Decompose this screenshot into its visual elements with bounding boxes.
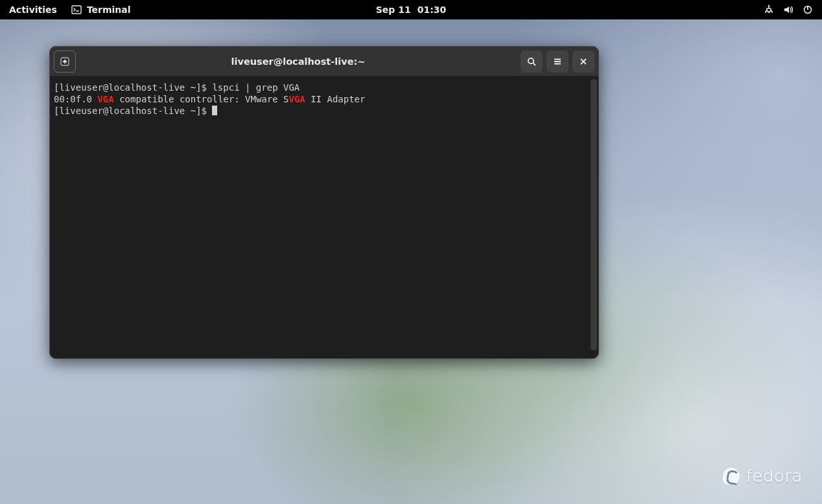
clock-menu[interactable]: Sep 11 01:30	[376, 5, 447, 15]
terminal-line-2: 00:0f.0 VGA compatible controller: VMwar…	[54, 93, 592, 105]
clock-date: Sep 11	[376, 5, 411, 15]
terminal-body[interactable]: [liveuser@localhost-live ~]$ lspci | gre…	[50, 76, 598, 358]
fedora-watermark: fedora	[723, 466, 803, 486]
terminal-window: liveuser@localhost-live:~ [liveuser@loca…	[49, 46, 599, 359]
svg-line-8	[533, 63, 535, 65]
gnome-topbar: Activities Terminal Sep 11 01:30	[0, 0, 822, 19]
activities-button[interactable]: Activities	[9, 5, 57, 15]
fedora-logo-icon	[723, 468, 740, 485]
power-icon[interactable]	[803, 5, 813, 15]
network-icon[interactable]	[764, 5, 774, 15]
close-button[interactable]	[572, 51, 594, 73]
terminal-line-3: [liveuser@localhost-live ~]$	[54, 105, 592, 117]
terminal-scrollbar[interactable]	[591, 79, 597, 350]
svg-point-7	[528, 58, 534, 63]
terminal-line-1: [liveuser@localhost-live ~]$ lspci | gre…	[54, 82, 592, 93]
svg-rect-0	[72, 6, 81, 14]
grep-match: VGA	[97, 94, 113, 104]
search-button[interactable]	[521, 51, 543, 73]
clock-time: 01:30	[417, 5, 447, 15]
window-title: liveuser@localhost-live:~	[80, 56, 517, 67]
svg-point-1	[768, 5, 770, 7]
new-tab-button[interactable]	[54, 51, 76, 73]
active-app-menu[interactable]: Terminal	[71, 5, 131, 15]
hamburger-menu-button[interactable]	[546, 51, 569, 73]
terminal-titlebar[interactable]: liveuser@localhost-live:~	[50, 47, 598, 76]
fedora-logo-text: fedora	[746, 466, 803, 486]
volume-icon[interactable]	[783, 5, 793, 15]
terminal-app-icon	[71, 5, 82, 15]
active-app-name: Terminal	[87, 5, 131, 15]
grep-match: VGA	[288, 94, 305, 104]
cursor	[212, 106, 217, 115]
